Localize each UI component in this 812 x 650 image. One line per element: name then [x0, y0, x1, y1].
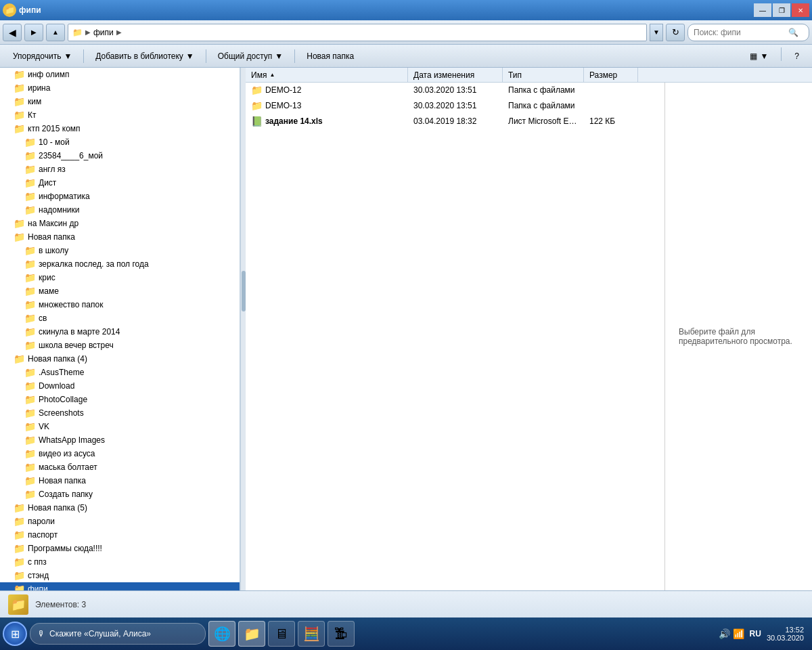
file-date: 30.03.2020 13:51 [408, 85, 503, 95]
col-header-name[interactable]: Имя ▲ [246, 68, 408, 82]
sidebar-item-новая-папка-inner[interactable]: 📁Новая папка [0, 474, 240, 488]
up-button[interactable]: ▲ [46, 24, 65, 41]
folder-icon: 📁 [14, 69, 25, 80]
sidebar-item-новая-папка-4[interactable]: 📁Новая папка (4) [0, 352, 240, 366]
sidebar-item-видео-из-асуса[interactable]: 📁видео из асуса [0, 447, 240, 460]
help-button[interactable]: ? [787, 47, 807, 65]
sidebar-item-label: маме [39, 286, 59, 296]
new-folder-button[interactable]: Новая папка [299, 47, 361, 65]
sidebar-item-паспорт[interactable]: 📁паспорт [0, 528, 240, 542]
sidebar-item-стэнд[interactable]: 📁стэнд [0, 569, 240, 582]
sidebar-item-кт[interactable]: 📁Кт [0, 108, 240, 122]
view-dropdown-icon: ▼ [760, 51, 768, 61]
sidebar-item-asustheme[interactable]: 📁.AsusTheme [0, 366, 240, 379]
folder-icon: 📁 [14, 543, 25, 554]
sidebar-item-создать-папку[interactable]: 📁Создать папку [0, 488, 240, 501]
sidebar-item-whatsapp-images[interactable]: 📁WhatsApp Images [0, 433, 240, 447]
sidebar-item-информатика[interactable]: 📁информатика [0, 190, 240, 203]
search-input[interactable] [694, 28, 788, 37]
folder-icon: 📁 [24, 381, 36, 391]
sidebar-item-крис[interactable]: 📁крис [0, 271, 240, 284]
folder-icon: 📁 [24, 326, 36, 337]
sidebar-item-надомники[interactable]: 📁надомники [0, 203, 240, 217]
taskbar-app-window[interactable]: 🖥 [268, 621, 295, 647]
col-header-size[interactable]: Размер [584, 68, 638, 82]
back-button[interactable]: ◀ [3, 24, 22, 41]
taskbar-app-explorer[interactable]: 📁 [238, 621, 265, 647]
sidebar-item-download[interactable]: 📁Download [0, 379, 240, 393]
address-dropdown[interactable]: ▼ [650, 24, 663, 41]
share-button[interactable]: Общий доступ ▼ [210, 47, 291, 65]
sidebar-item-label: множество папок [39, 300, 103, 309]
minimize-button[interactable]: — [754, 3, 771, 17]
taskbar-language[interactable]: RU [750, 629, 761, 638]
folder-icon: 📁 [14, 529, 25, 540]
sidebar-item-зеркалка-послед[interactable]: 📁зеркалка послед. за пол года [0, 257, 240, 271]
sidebar-item-инф-олимп[interactable]: 📁инф олимп [0, 68, 240, 81]
sidebar-item-label: Дист [39, 178, 56, 188]
col-header-type[interactable]: Тип [503, 68, 584, 82]
sidebar-item-23584-6-мой[interactable]: 📁23584____6_мой [0, 149, 240, 162]
sidebar-item-10-мой[interactable]: 📁10 - мой [0, 135, 240, 149]
sidebar-item-photocollage[interactable]: 📁PhotoCollage [0, 393, 240, 406]
sidebar-item-фипи[interactable]: 📁фипи [0, 582, 240, 590]
file-row[interactable]: 📁DEMO-1330.03.2020 13:51Папка с файлами [246, 98, 664, 114]
file-area: Имя ▲ Дата изменения Тип Размер 📁DEMO-12… [246, 68, 812, 590]
col-header-date[interactable]: Дата изменения [408, 68, 503, 82]
sidebar-item-label: Новая папка (5) [28, 503, 87, 513]
sidebar-item-маська-болтает[interactable]: 📁маська болтает [0, 460, 240, 474]
toolbar-separator-2 [206, 49, 206, 63]
files-column: 📁DEMO-1230.03.2020 13:51Папка с файлами📁… [246, 83, 665, 590]
folder-icon: 📁 [24, 435, 36, 446]
chrome-icon: 🌐 [214, 626, 231, 642]
file-type: Папка с файлами [503, 85, 584, 95]
refresh-button[interactable]: ↻ [666, 24, 685, 41]
folder-icon: 📁 [24, 367, 36, 378]
view-button[interactable]: ▦ ▼ [742, 47, 775, 65]
sidebar-item-на-максин-др[interactable]: 📁на Максин др [0, 217, 240, 230]
add-library-button[interactable]: Добавить в библиотеку ▼ [88, 47, 201, 65]
sidebar-item-новая-папка[interactable]: 📁Новая папка [0, 230, 240, 244]
sidebar-item-label: 10 - мой [39, 137, 70, 147]
forward-button[interactable]: ▶ [24, 24, 43, 41]
restore-button[interactable]: ❐ [773, 3, 790, 17]
file-row[interactable]: 📗задание 14.xls03.04.2019 18:32Лист Micr… [246, 114, 664, 129]
sidebar-item-ким[interactable]: 📁ким [0, 95, 240, 108]
statusbar: 📁 Элементов: 3 [0, 590, 812, 618]
sidebar-item-с-ппз[interactable]: 📁с ппз [0, 555, 240, 569]
sidebar-item-школа-вечер-встреч[interactable]: 📁школа вечер встреч [0, 339, 240, 352]
sort-arrow-name: ▲ [269, 72, 275, 78]
breadcrumb-folder-icon: 📁 [72, 28, 83, 37]
folder-icon: 📁 [24, 408, 36, 418]
taskbar-app-winrar[interactable]: 🗜 [328, 621, 355, 647]
sidebar-item-label: видео из асуса [39, 449, 95, 458]
sidebar-item-пароли[interactable]: 📁пароли [0, 515, 240, 528]
sidebar-item-скинула-в-марте-2014[interactable]: 📁скинула в марте 2014 [0, 325, 240, 339]
sidebar-item-программы-сюда[interactable]: 📁Программы сюда!!!! [0, 542, 240, 555]
sidebar-item-в-школу[interactable]: 📁в школу [0, 244, 240, 257]
close-button[interactable]: ✕ [792, 3, 809, 17]
sidebar-item-множество-папок[interactable]: 📁множество папок [0, 298, 240, 311]
sidebar-item-англ-яз[interactable]: 📁англ яз [0, 162, 240, 176]
file-list-header: Имя ▲ Дата изменения Тип Размер [246, 68, 812, 83]
sidebar-item-маме[interactable]: 📁маме [0, 284, 240, 298]
sidebar-item-ктп-2015-комп[interactable]: 📁ктп 2015 комп [0, 122, 240, 135]
file-size: 122 КБ [584, 116, 638, 126]
start-button[interactable]: ⊞ [3, 622, 27, 646]
sidebar-item-дист[interactable]: 📁Дист [0, 176, 240, 190]
file-date: 30.03.2020 13:51 [408, 101, 503, 110]
sidebar-scrollbar[interactable] [240, 68, 246, 590]
sidebar-item-label: PhotoCollage [39, 395, 87, 404]
sidebar-item-ирина[interactable]: 📁ирина [0, 81, 240, 95]
sidebar-item-новая-папка-5[interactable]: 📁Новая папка (5) [0, 501, 240, 515]
taskbar-app-chrome[interactable]: 🌐 [208, 621, 235, 647]
taskbar-app-calc[interactable]: 🧮 [298, 621, 325, 647]
taskbar-search[interactable]: 🎙 Скажите «Слушай, Алиса» [30, 623, 206, 645]
sidebar-item-vk[interactable]: 📁VK [0, 420, 240, 433]
file-type: Папка с файлами [503, 101, 584, 110]
sidebar-item-screenshots[interactable]: 📁Screenshots [0, 406, 240, 420]
organize-button[interactable]: Упорядочить ▼ [5, 47, 79, 65]
file-row[interactable]: 📁DEMO-1230.03.2020 13:51Папка с файлами [246, 83, 664, 98]
sidebar-item-св[interactable]: 📁св [0, 311, 240, 325]
sidebar-item-label: крис [39, 273, 55, 282]
